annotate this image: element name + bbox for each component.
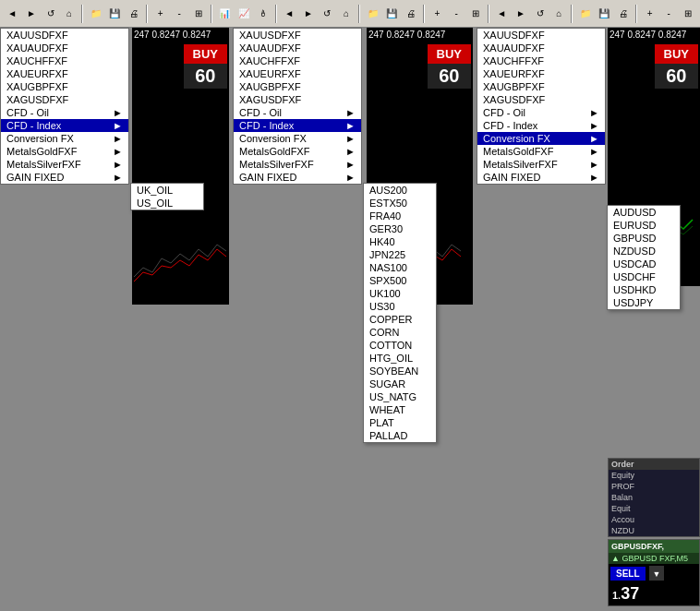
col2-sym-xaugbp[interactable]: XAUGBPFXF [234,80,361,93]
toolbar-btn-1[interactable]: ◄ [4,4,21,24]
toolbar-btn-33[interactable]: ⊞ [680,4,697,24]
col2-menu-index[interactable]: CFD - Index► [234,119,361,132]
col2-idx-uk100[interactable]: UK100 [364,287,436,300]
col3-sym-xaueur[interactable]: XAUEURFXF [477,67,605,80]
col3-menu-metals-silver[interactable]: MetalsSilverFXF► [477,158,605,171]
col3-sym-xauusd[interactable]: XAUUSDFXF [477,29,605,42]
col3-sym-xauaud[interactable]: XAUAUDFXF [477,42,605,54]
toolbar-btn-28[interactable]: 📁 [576,4,594,24]
toolbar-btn-31[interactable]: + [641,4,658,24]
toolbar-btn-29[interactable]: 💾 [596,4,613,24]
col3-conv-nzdusd[interactable]: NZDUSD [608,245,680,258]
toolbar-btn-12[interactable]: 📈 [235,4,253,24]
col1-menu-index[interactable]: CFD - Index► [1,119,128,132]
col2-idx-us30[interactable]: US30 [364,300,436,313]
col2-idx-htg-oil[interactable]: HTG_OIL [364,352,436,365]
toolbar-btn-5[interactable]: 📁 [87,4,104,24]
col3-conv-usdhkd[interactable]: USDHKD [608,283,680,296]
toolbar-btn-3[interactable]: ↺ [42,4,59,24]
col3-menu-index[interactable]: CFD - Index► [477,119,605,132]
col3-conv-usdchf[interactable]: USDCHF [608,270,680,283]
toolbar-btn-7[interactable]: 🖨 [126,4,143,24]
col2-menu-metals-silver[interactable]: MetalsSilverFXF► [234,158,361,171]
col3-sym-xagusd[interactable]: XAGUSDFXF [477,93,605,106]
toolbar-btn-20[interactable]: 🖨 [403,4,420,24]
col2-idx-sugar[interactable]: SUGAR [364,377,436,390]
col3-menu-metals-gold[interactable]: MetalsGoldFXF► [477,145,605,158]
col1-sym-xauusd[interactable]: XAUUSDFXF [1,29,128,42]
toolbar-btn-19[interactable]: 💾 [383,4,401,24]
col2-idx-estx50[interactable]: ESTX50 [364,197,436,210]
col2-idx-nas100[interactable]: NAS100 [364,261,436,274]
col3-sym-xaugbp[interactable]: XAUGBPFXF [477,80,605,93]
col2-menu-metals-gold[interactable]: MetalsGoldFXF► [234,145,361,158]
toolbar-btn-26[interactable]: ↺ [531,4,549,24]
col2-idx-hk40[interactable]: HK40 [364,235,436,248]
toolbar-btn-18[interactable]: 📁 [364,4,381,24]
col3-conv-gbpusd[interactable]: GBPUSD [608,232,680,245]
col2-sym-xauaud[interactable]: XAUAUDFXF [234,42,361,54]
col3-conv-usdjpy[interactable]: USDJPY [608,296,680,309]
toolbar-btn-25[interactable]: ► [513,4,530,24]
col2-menu-conversion[interactable]: Conversion FX► [234,132,361,145]
sell-button[interactable]: SELL [610,567,646,581]
col2-idx-pallad[interactable]: PALLAD [364,429,436,442]
toolbar-btn-17[interactable]: ⌂ [338,4,356,24]
col2-idx-ger30[interactable]: GER30 [364,222,436,235]
col3-sym-xauchf[interactable]: XAUCHFFXF [477,54,605,67]
col3-buy-btn[interactable]: BUY 60 [655,44,698,89]
col2-menu-gain[interactable]: GAIN FIXED► [234,171,361,184]
col1-oil-uk[interactable]: UK_OIL [131,184,203,197]
col2-sym-xauchf[interactable]: XAUCHFFXF [234,54,361,67]
col1-menu-metals-gold[interactable]: MetalsGoldFXF► [1,145,128,158]
col1-buy-btn[interactable]: BUY 60 [184,44,227,89]
col2-sym-xauusd[interactable]: XAUUSDFXF [234,29,361,42]
toolbar-btn-6[interactable]: 💾 [106,4,124,24]
toolbar-btn-23[interactable]: ⊞ [466,4,484,24]
toolbar-btn-11[interactable]: 📊 [216,4,234,24]
col1-menu-metals-silver[interactable]: MetalsSilverFXF► [1,158,128,171]
toolbar-btn-13[interactable]: 🕯 [254,4,272,24]
col2-buy-btn[interactable]: BUY 60 [428,44,471,89]
col2-idx-copper[interactable]: COPPER [364,313,436,326]
toolbar-btn-30[interactable]: 🖨 [615,4,633,24]
col1-sym-xaueur[interactable]: XAUEURFXF [1,67,128,80]
col2-idx-spx500[interactable]: SPX500 [364,274,436,287]
col1-sym-xagusd[interactable]: XAGUSDFXF [1,93,128,106]
col2-idx-fra40[interactable]: FRA40 [364,210,436,222]
col3-menu-conversion[interactable]: Conversion FX► [477,132,605,145]
col3-conv-eurusd[interactable]: EURUSD [608,219,680,232]
toolbar-btn-4[interactable]: ⌂ [61,4,78,24]
toolbar-btn-32[interactable]: - [660,4,678,24]
toolbar-btn-9[interactable]: - [171,4,188,24]
col3-menu-gain[interactable]: GAIN FIXED► [477,171,605,184]
col1-oil-us[interactable]: US_OIL [131,197,203,210]
col1-menu-oil[interactable]: CFD - Oil► [1,106,128,119]
col2-idx-corn[interactable]: CORN [364,326,436,339]
toolbar-btn-22[interactable]: - [448,4,465,24]
col3-menu-oil[interactable]: CFD - Oil► [477,106,605,119]
col2-idx-aus200[interactable]: AUS200 [364,184,436,197]
col1-sym-xauchf[interactable]: XAUCHFFXF [1,54,128,67]
col1-sym-xaugbp[interactable]: XAUGBPFXF [1,80,128,93]
col2-idx-wheat[interactable]: WHEAT [364,403,436,416]
col2-idx-jpn225[interactable]: JPN225 [364,248,436,261]
toolbar-btn-24[interactable]: ◄ [493,4,511,24]
col1-menu-gain[interactable]: GAIN FIXED► [1,171,128,184]
toolbar-btn-16[interactable]: ↺ [319,4,336,24]
col2-idx-soybean[interactable]: SOYBEAN [364,365,436,377]
col2-sym-xagusd[interactable]: XAGUSDFXF [234,93,361,106]
toolbar-btn-14[interactable]: ◄ [281,4,298,24]
toolbar-btn-21[interactable]: + [428,4,446,24]
col1-sym-xauaud[interactable]: XAUAUDFXF [1,42,128,54]
sell-price-selector[interactable]: ▼ [649,566,665,581]
toolbar-btn-10[interactable]: ⊞ [189,4,207,24]
toolbar-btn-15[interactable]: ► [300,4,318,24]
toolbar-btn-8[interactable]: + [151,4,169,24]
col1-menu-conversion[interactable]: Conversion FX► [1,132,128,145]
toolbar-btn-27[interactable]: ⌂ [550,4,568,24]
col2-sym-xaueur[interactable]: XAUEURFXF [234,67,361,80]
col3-conv-audusd[interactable]: AUDUSD [608,206,680,219]
col2-idx-cotton[interactable]: COTTON [364,339,436,352]
col2-idx-plat[interactable]: PLAT [364,416,436,429]
